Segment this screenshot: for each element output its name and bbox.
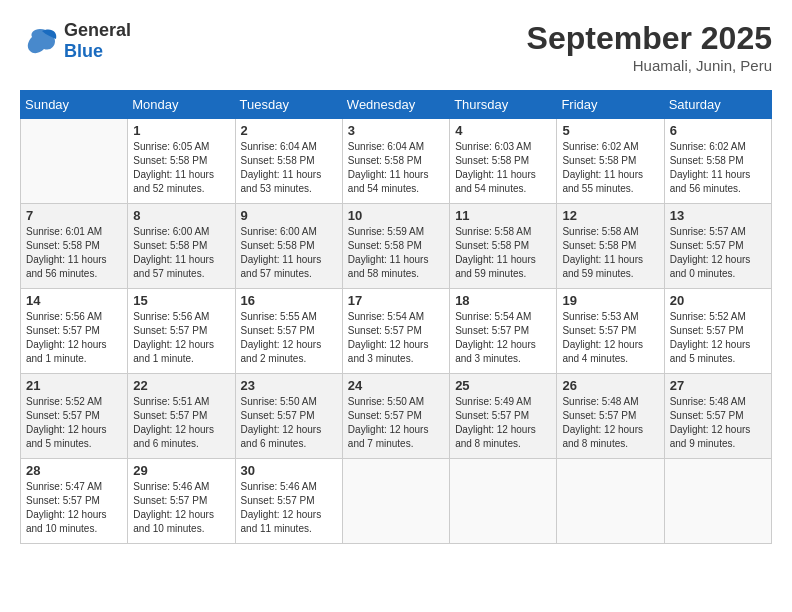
- table-row: 17Sunrise: 5:54 AM Sunset: 5:57 PM Dayli…: [342, 289, 449, 374]
- day-number: 10: [348, 208, 444, 223]
- day-number: 14: [26, 293, 122, 308]
- day-number: 16: [241, 293, 337, 308]
- day-info: Sunrise: 5:46 AM Sunset: 5:57 PM Dayligh…: [133, 480, 229, 536]
- table-row: 12Sunrise: 5:58 AM Sunset: 5:58 PM Dayli…: [557, 204, 664, 289]
- table-row: 3Sunrise: 6:04 AM Sunset: 5:58 PM Daylig…: [342, 119, 449, 204]
- day-info: Sunrise: 5:54 AM Sunset: 5:57 PM Dayligh…: [455, 310, 551, 366]
- day-number: 13: [670, 208, 766, 223]
- day-number: 12: [562, 208, 658, 223]
- day-number: 24: [348, 378, 444, 393]
- day-number: 4: [455, 123, 551, 138]
- calendar-week-1: 1Sunrise: 6:05 AM Sunset: 5:58 PM Daylig…: [21, 119, 772, 204]
- day-info: Sunrise: 5:51 AM Sunset: 5:57 PM Dayligh…: [133, 395, 229, 451]
- day-info: Sunrise: 6:02 AM Sunset: 5:58 PM Dayligh…: [670, 140, 766, 196]
- table-row: [557, 459, 664, 544]
- table-row: 10Sunrise: 5:59 AM Sunset: 5:58 PM Dayli…: [342, 204, 449, 289]
- month-title: September 2025: [527, 20, 772, 57]
- day-info: Sunrise: 6:04 AM Sunset: 5:58 PM Dayligh…: [241, 140, 337, 196]
- page-header: General Blue September 2025 Huamali, Jun…: [20, 20, 772, 74]
- day-info: Sunrise: 5:49 AM Sunset: 5:57 PM Dayligh…: [455, 395, 551, 451]
- day-number: 18: [455, 293, 551, 308]
- table-row: 27Sunrise: 5:48 AM Sunset: 5:57 PM Dayli…: [664, 374, 771, 459]
- table-row: 2Sunrise: 6:04 AM Sunset: 5:58 PM Daylig…: [235, 119, 342, 204]
- day-info: Sunrise: 5:52 AM Sunset: 5:57 PM Dayligh…: [670, 310, 766, 366]
- col-tuesday: Tuesday: [235, 91, 342, 119]
- location-subtitle: Huamali, Junin, Peru: [527, 57, 772, 74]
- day-number: 6: [670, 123, 766, 138]
- day-number: 20: [670, 293, 766, 308]
- table-row: [342, 459, 449, 544]
- table-row: 20Sunrise: 5:52 AM Sunset: 5:57 PM Dayli…: [664, 289, 771, 374]
- day-info: Sunrise: 5:55 AM Sunset: 5:57 PM Dayligh…: [241, 310, 337, 366]
- col-saturday: Saturday: [664, 91, 771, 119]
- table-row: [450, 459, 557, 544]
- day-info: Sunrise: 5:58 AM Sunset: 5:58 PM Dayligh…: [562, 225, 658, 281]
- table-row: 21Sunrise: 5:52 AM Sunset: 5:57 PM Dayli…: [21, 374, 128, 459]
- day-number: 25: [455, 378, 551, 393]
- day-info: Sunrise: 6:04 AM Sunset: 5:58 PM Dayligh…: [348, 140, 444, 196]
- calendar-week-5: 28Sunrise: 5:47 AM Sunset: 5:57 PM Dayli…: [21, 459, 772, 544]
- day-number: 27: [670, 378, 766, 393]
- day-number: 3: [348, 123, 444, 138]
- day-info: Sunrise: 6:00 AM Sunset: 5:58 PM Dayligh…: [133, 225, 229, 281]
- table-row: 15Sunrise: 5:56 AM Sunset: 5:57 PM Dayli…: [128, 289, 235, 374]
- table-row: 26Sunrise: 5:48 AM Sunset: 5:57 PM Dayli…: [557, 374, 664, 459]
- day-number: 8: [133, 208, 229, 223]
- day-info: Sunrise: 6:02 AM Sunset: 5:58 PM Dayligh…: [562, 140, 658, 196]
- day-number: 11: [455, 208, 551, 223]
- day-info: Sunrise: 5:56 AM Sunset: 5:57 PM Dayligh…: [26, 310, 122, 366]
- table-row: 7Sunrise: 6:01 AM Sunset: 5:58 PM Daylig…: [21, 204, 128, 289]
- calendar-week-2: 7Sunrise: 6:01 AM Sunset: 5:58 PM Daylig…: [21, 204, 772, 289]
- table-row: 16Sunrise: 5:55 AM Sunset: 5:57 PM Dayli…: [235, 289, 342, 374]
- day-info: Sunrise: 6:00 AM Sunset: 5:58 PM Dayligh…: [241, 225, 337, 281]
- table-row: 14Sunrise: 5:56 AM Sunset: 5:57 PM Dayli…: [21, 289, 128, 374]
- day-info: Sunrise: 5:47 AM Sunset: 5:57 PM Dayligh…: [26, 480, 122, 536]
- day-info: Sunrise: 5:48 AM Sunset: 5:57 PM Dayligh…: [562, 395, 658, 451]
- day-info: Sunrise: 6:05 AM Sunset: 5:58 PM Dayligh…: [133, 140, 229, 196]
- day-number: 2: [241, 123, 337, 138]
- col-monday: Monday: [128, 91, 235, 119]
- day-number: 5: [562, 123, 658, 138]
- table-row: 5Sunrise: 6:02 AM Sunset: 5:58 PM Daylig…: [557, 119, 664, 204]
- table-row: 11Sunrise: 5:58 AM Sunset: 5:58 PM Dayli…: [450, 204, 557, 289]
- table-row: 24Sunrise: 5:50 AM Sunset: 5:57 PM Dayli…: [342, 374, 449, 459]
- table-row: 23Sunrise: 5:50 AM Sunset: 5:57 PM Dayli…: [235, 374, 342, 459]
- calendar-table: Sunday Monday Tuesday Wednesday Thursday…: [20, 90, 772, 544]
- table-row: 29Sunrise: 5:46 AM Sunset: 5:57 PM Dayli…: [128, 459, 235, 544]
- day-info: Sunrise: 5:53 AM Sunset: 5:57 PM Dayligh…: [562, 310, 658, 366]
- col-thursday: Thursday: [450, 91, 557, 119]
- col-wednesday: Wednesday: [342, 91, 449, 119]
- day-info: Sunrise: 5:52 AM Sunset: 5:57 PM Dayligh…: [26, 395, 122, 451]
- day-number: 9: [241, 208, 337, 223]
- day-number: 30: [241, 463, 337, 478]
- table-row: 25Sunrise: 5:49 AM Sunset: 5:57 PM Dayli…: [450, 374, 557, 459]
- table-row: 19Sunrise: 5:53 AM Sunset: 5:57 PM Dayli…: [557, 289, 664, 374]
- day-info: Sunrise: 5:50 AM Sunset: 5:57 PM Dayligh…: [241, 395, 337, 451]
- table-row: 22Sunrise: 5:51 AM Sunset: 5:57 PM Dayli…: [128, 374, 235, 459]
- day-number: 29: [133, 463, 229, 478]
- day-number: 22: [133, 378, 229, 393]
- table-row: 18Sunrise: 5:54 AM Sunset: 5:57 PM Dayli…: [450, 289, 557, 374]
- table-row: 4Sunrise: 6:03 AM Sunset: 5:58 PM Daylig…: [450, 119, 557, 204]
- day-info: Sunrise: 5:58 AM Sunset: 5:58 PM Dayligh…: [455, 225, 551, 281]
- table-row: 8Sunrise: 6:00 AM Sunset: 5:58 PM Daylig…: [128, 204, 235, 289]
- day-info: Sunrise: 5:57 AM Sunset: 5:57 PM Dayligh…: [670, 225, 766, 281]
- table-row: 30Sunrise: 5:46 AM Sunset: 5:57 PM Dayli…: [235, 459, 342, 544]
- table-row: [664, 459, 771, 544]
- table-row: 6Sunrise: 6:02 AM Sunset: 5:58 PM Daylig…: [664, 119, 771, 204]
- day-number: 21: [26, 378, 122, 393]
- table-row: 13Sunrise: 5:57 AM Sunset: 5:57 PM Dayli…: [664, 204, 771, 289]
- logo: General Blue: [20, 20, 131, 62]
- table-row: 28Sunrise: 5:47 AM Sunset: 5:57 PM Dayli…: [21, 459, 128, 544]
- day-number: 19: [562, 293, 658, 308]
- day-info: Sunrise: 5:59 AM Sunset: 5:58 PM Dayligh…: [348, 225, 444, 281]
- day-info: Sunrise: 6:03 AM Sunset: 5:58 PM Dayligh…: [455, 140, 551, 196]
- day-info: Sunrise: 6:01 AM Sunset: 5:58 PM Dayligh…: [26, 225, 122, 281]
- day-info: Sunrise: 5:50 AM Sunset: 5:57 PM Dayligh…: [348, 395, 444, 451]
- day-info: Sunrise: 5:48 AM Sunset: 5:57 PM Dayligh…: [670, 395, 766, 451]
- calendar-week-4: 21Sunrise: 5:52 AM Sunset: 5:57 PM Dayli…: [21, 374, 772, 459]
- day-info: Sunrise: 5:54 AM Sunset: 5:57 PM Dayligh…: [348, 310, 444, 366]
- logo-text: General Blue: [64, 20, 131, 62]
- day-number: 7: [26, 208, 122, 223]
- day-number: 17: [348, 293, 444, 308]
